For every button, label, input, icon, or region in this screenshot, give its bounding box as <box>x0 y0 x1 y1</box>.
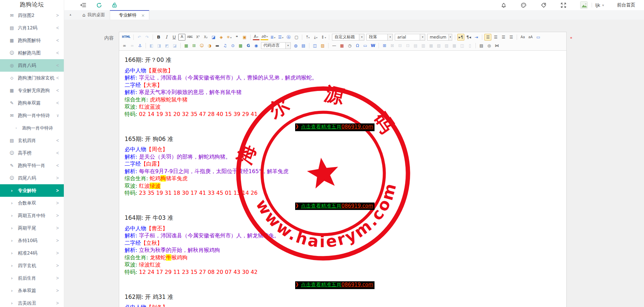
tb-dir-ltr-icon[interactable]: ▸¶ <box>457 34 464 41</box>
tb-background-icon[interactable]: ▨ <box>319 42 326 49</box>
tb-page-break-icon[interactable]: ▯ <box>466 42 473 49</box>
tb-link-icon[interactable]: ∞ <box>121 42 128 49</box>
tb-anchor-text-icon[interactable]: ⓐ <box>285 34 292 41</box>
sidebar-item-liangqi-wuxiao-zhongte[interactable]: ›两期五肖中特> <box>0 209 64 222</box>
tb-img-float-right-icon[interactable]: ◪ <box>171 42 178 49</box>
tb-image-manager-icon[interactable]: ⊞ <box>190 42 198 49</box>
tb-dir-rtl-icon[interactable]: ¶◂ <box>465 34 472 41</box>
sidebar-item-six-xiao-12-codes[interactable]: ▤六肖12码< <box>0 22 64 34</box>
sidebar-item-liangqi-pingwei[interactable]: ›两期平尾> <box>0 222 64 234</box>
tb-line-height-icon[interactable]: ↕▾ <box>320 34 327 41</box>
tb-insert-frame-icon[interactable]: ◉ <box>253 42 260 49</box>
tb-word-image-icon[interactable]: W <box>369 42 377 49</box>
tb-undo-icon[interactable]: ↶ <box>136 34 143 41</box>
user-avatar[interactable] <box>580 1 588 9</box>
paragraph-select[interactable]: 段落▾ <box>366 34 393 41</box>
sidebar-item-pro-jie-wuhen-paogou[interactable]: ▦专业解无痕跑狗< <box>0 84 64 97</box>
sidebar-item-paogou-yixiao-zhongte-poem-sub[interactable]: ›跑狗一肖中特诗 <box>0 122 64 134</box>
promo-banner-link[interactable]: 》点击查看精准五肖086919.com <box>295 281 375 289</box>
theme-palette-icon[interactable] <box>520 2 527 8</box>
frontend-home-link[interactable]: 前台首页 <box>617 2 635 8</box>
tb-insert-table-icon[interactable]: ⊞ <box>381 42 388 49</box>
tb-new-doc-icon[interactable]: ▢ <box>293 34 300 41</box>
tabbar-collapse-icon[interactable]: ▴ <box>70 13 71 16</box>
promo-banner-link[interactable]: 》点击查看精准五肖086919.com <box>295 203 375 210</box>
sidebar-item-sha-danshuang[interactable]: ›杀单双篇> <box>0 284 64 297</box>
tb-case-upper-icon[interactable]: Aa <box>519 34 526 41</box>
tb-strikethrough-icon[interactable]: ABC <box>186 34 194 41</box>
tb-insert-code-icon[interactable]: ◍ <box>292 42 299 49</box>
tb-italic-icon[interactable]: I <box>163 34 170 41</box>
tb-paragraph-space-bottom-icon[interactable]: ⤓▾ <box>312 34 319 41</box>
sidebar-item-four-char-xuanji[interactable]: ›四字玄机> <box>0 259 64 272</box>
tb-underline-icon[interactable]: U <box>171 34 178 41</box>
sidebar-item-jimei-xiongchou[interactable]: ›吉美凶丑> <box>0 297 64 307</box>
notification-bell-icon[interactable] <box>500 2 507 8</box>
tb-insert-date-icon[interactable]: ▦ <box>338 42 345 49</box>
sidebar-item-heshu-danshuang[interactable]: ›合数单双> <box>0 197 64 209</box>
collapse-sidebar-icon[interactable] <box>80 2 87 8</box>
tb-font-border-icon[interactable]: A <box>178 34 185 41</box>
tb-insert-video-icon[interactable]: ▬ <box>214 42 221 49</box>
tb-search-replace-icon[interactable]: ⋈ <box>493 42 500 49</box>
tb-anchor-icon[interactable]: ⚓ <box>136 42 144 49</box>
tb-case-lower-icon[interactable]: aA <box>527 34 534 41</box>
tb-bold-icon[interactable]: B <box>155 34 162 41</box>
tb-align-left-icon[interactable]: ☰ <box>484 34 491 41</box>
tb-attachment-icon[interactable]: ⊙ <box>229 42 236 49</box>
tb-paste-plain-icon[interactable]: ▣ <box>241 34 248 41</box>
sidebar-item-jingzhun-24-codes[interactable]: ›精准24码> <box>0 247 64 259</box>
font-size-select[interactable]: medium▾ <box>427 34 452 41</box>
tb-subscript-icon[interactable]: X₂ <box>202 34 209 41</box>
tb-music-icon[interactable]: ♫ <box>222 42 229 49</box>
tb-table-sort-icon[interactable]: ◫ <box>459 42 466 49</box>
tb-merge-right-icon[interactable]: ▧ <box>435 42 442 49</box>
tb-cell-props-icon[interactable]: ⊡ <box>404 42 411 49</box>
tb-align-justify-icon[interactable]: ☰ <box>508 34 515 41</box>
tb-align-center-icon[interactable]: ☰ <box>492 34 499 41</box>
tag-icon[interactable] <box>540 2 547 8</box>
sidebar-item-four-xiao-eight-codes[interactable]: ◎四肖八码< <box>0 59 64 72</box>
tb-preview-icon[interactable]: ◎ <box>486 42 493 49</box>
tb-table-props-icon[interactable]: ⊟ <box>396 42 404 49</box>
tb-align-right-icon[interactable]: ☰ <box>500 34 507 41</box>
custom-title-select[interactable]: 自定义标题▾ <box>332 34 364 41</box>
tab-pro-jie-te[interactable]: 专业解特 × <box>110 10 149 20</box>
tb-img-float-none-icon[interactable]: ◧ <box>148 42 155 49</box>
sidebar-item-pro-jie-te[interactable]: ›专业解特> <box>0 184 64 197</box>
close-icon[interactable]: × <box>141 13 145 18</box>
tb-snapscreen-icon[interactable]: ▤ <box>300 42 307 49</box>
sidebar-item-paogou-macau-xuanji-poem[interactable]: ⬦跑狗澳门独家玄机诗< <box>0 72 64 84</box>
editor-content[interactable]: 166期: 开？00 准必中人物【夏侯敦】解析: 字元让，沛国谯县（今属安徽省亳… <box>119 51 566 307</box>
tb-redo-icon[interactable]: ↷ <box>144 34 151 41</box>
tb-insert-row-icon[interactable]: ▤ <box>412 42 419 49</box>
tb-formula-icon[interactable]: ▭ <box>362 42 369 49</box>
tb-format-brush-icon[interactable]: ◈ <box>218 34 225 41</box>
tb-paragraph-space-top-icon[interactable]: ⤒▾ <box>304 34 311 41</box>
tb-indent-icon[interactable]: ⇥ <box>473 34 480 41</box>
user-menu[interactable]: ljk ∨ <box>595 3 604 8</box>
fullscreen-icon[interactable] <box>560 2 567 8</box>
tb-insert-col-icon[interactable]: ▥ <box>420 42 427 49</box>
tb-insert-image-icon[interactable]: ▦ <box>183 42 190 49</box>
tb-unlink-icon[interactable]: ∞ <box>129 42 136 49</box>
sidebar-item-shate-10-codes[interactable]: ›杀特10码> <box>0 234 64 247</box>
tb-insert-time-icon[interactable]: ◷ <box>346 42 353 49</box>
tb-superscript-icon[interactable]: X² <box>195 34 202 41</box>
tb-merge-down-icon[interactable]: ▨ <box>443 42 450 49</box>
tb-blockquote-icon[interactable]: ❝ <box>233 34 240 41</box>
tb-eraser-icon[interactable]: ◪ <box>210 34 217 41</box>
tab-my-desktop[interactable]: ⌂ 我的桌面 <box>78 10 110 20</box>
sidebar-item-paogou-yixiao-zhongte-poem[interactable]: ✉跑狗一肖中特诗∨ <box>0 109 64 122</box>
tb-merge-cells-icon[interactable]: ▩ <box>451 42 458 49</box>
tb-highlight-color-icon[interactable]: ab▾ <box>260 34 269 40</box>
unlock-icon[interactable] <box>111 2 118 8</box>
sidebar-item-four-wei-eight-codes[interactable]: ☺四尾八码> <box>0 172 64 184</box>
font-family-select[interactable]: arial▾ <box>395 34 425 41</box>
tb-horizontal-rule-icon[interactable]: — <box>331 42 338 49</box>
code-language-select[interactable]: 代码语言▾ <box>261 42 291 49</box>
tb-edit-fullscreen-icon[interactable]: ▭ <box>535 34 542 41</box>
tb-font-color-icon[interactable]: A▾ <box>253 34 260 40</box>
tb-ordered-list-icon[interactable]: ≣▾ <box>269 34 276 41</box>
sidebar-item-paogou-danshuang[interactable]: ✎跑狗单双篇< <box>0 97 64 109</box>
